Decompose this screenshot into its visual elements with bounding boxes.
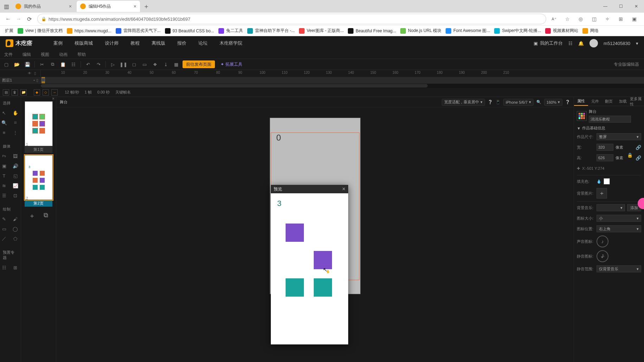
bookmark-item[interactable]: Node.js URL 模块 bbox=[398, 28, 444, 34]
open-icon[interactable]: 📂 bbox=[13, 60, 21, 69]
browser-tab-1[interactable]: 我的作品 × bbox=[12, 1, 75, 12]
extensions-label[interactable]: 扩展 bbox=[3, 28, 15, 34]
sound-icon-preview[interactable]: ♪ bbox=[597, 235, 608, 247]
bell-icon[interactable]: 🔔 bbox=[578, 41, 584, 46]
preview-body[interactable]: 3 ↖✋ bbox=[271, 193, 348, 344]
widget-tool[interactable]: ⊡ bbox=[11, 191, 20, 200]
expand-tools-button[interactable]: ✦拓展工具 bbox=[217, 60, 246, 68]
nav-link[interactable]: 论坛 bbox=[198, 40, 208, 46]
bg-image-add[interactable]: ＋ bbox=[597, 188, 607, 199]
url-field[interactable]: 🔒 https://www.mugeda.com/animation/edit/… bbox=[37, 14, 546, 24]
props-tab[interactable]: 元件 bbox=[588, 97, 602, 106]
distribute-tool[interactable]: ⋮ bbox=[11, 128, 20, 137]
rect-tool[interactable]: ▭ bbox=[0, 225, 8, 233]
game-tile[interactable] bbox=[286, 278, 304, 297]
menu-item[interactable]: 动画 bbox=[59, 52, 68, 58]
menu-item[interactable]: 编辑 bbox=[23, 52, 31, 58]
nav-link[interactable]: 案例 bbox=[53, 40, 63, 46]
bookmark-item[interactable]: 雷阵雨恶劣天气下... bbox=[114, 28, 163, 34]
fill-color-swatch[interactable] bbox=[604, 178, 610, 185]
remove-kf-button[interactable]: ◇ bbox=[43, 89, 49, 96]
chart-tool[interactable]: 📈 bbox=[11, 181, 20, 190]
props-tab[interactable]: 加载 bbox=[616, 97, 630, 106]
close-window-button[interactable]: ✕ bbox=[629, 0, 644, 12]
height-input[interactable]: 626 bbox=[597, 154, 613, 161]
project-name-input[interactable]: 消消乐教程 bbox=[589, 116, 631, 123]
icon-pos-select[interactable]: 右上角▾ bbox=[597, 225, 641, 232]
favorite-icon[interactable]: ☆ bbox=[562, 14, 572, 24]
zoom-help-icon[interactable]: ❔ bbox=[565, 100, 570, 104]
timeline-track-area[interactable]: 1020304050607080901001101201301401501601… bbox=[41, 70, 644, 83]
size-mode-select[interactable]: 整屏▾ bbox=[597, 133, 641, 140]
stage-score-text[interactable]: 0 bbox=[276, 133, 281, 143]
insert-kf-button[interactable]: ◆ bbox=[34, 89, 40, 96]
lock-icon[interactable]: ▯ bbox=[34, 71, 38, 76]
cut-icon[interactable]: ✂ bbox=[38, 60, 46, 69]
adapt-help-icon[interactable]: ❔ bbox=[488, 100, 493, 104]
back-button[interactable]: ← bbox=[3, 14, 13, 24]
props-tab[interactable]: 属性 bbox=[574, 97, 588, 106]
mute-icon-preview[interactable]: ♪̶ bbox=[597, 250, 608, 262]
play-icon[interactable]: ▷ bbox=[109, 60, 117, 69]
copy-icon[interactable]: ⧉ bbox=[48, 60, 57, 69]
zoom-select[interactable]: 160% ▾ bbox=[544, 99, 562, 106]
paste-icon[interactable]: 📋 bbox=[59, 60, 67, 69]
preset-2[interactable]: ⊞ bbox=[11, 263, 20, 272]
layer-row[interactable]: 图层1 • ▯ bbox=[0, 77, 40, 83]
tab-overview-button[interactable]: ▥ bbox=[2, 2, 11, 11]
ellipse-tool[interactable]: ◯ bbox=[11, 225, 20, 233]
panel-close-icon[interactable]: × bbox=[52, 96, 55, 101]
bookmark-item[interactable]: Swiper中文网-轮播... bbox=[492, 28, 543, 34]
delete-layer-button[interactable]: 🗑 bbox=[12, 89, 18, 96]
zoom-tool[interactable]: 🔍 bbox=[0, 118, 8, 127]
game-tile[interactable] bbox=[314, 251, 332, 269]
nav-link[interactable]: 设计师 bbox=[105, 40, 119, 46]
bookmark-item[interactable]: 视频素材网站 bbox=[543, 28, 580, 34]
notify-icon[interactable]: ☷ bbox=[568, 41, 573, 46]
keyframe[interactable] bbox=[42, 78, 45, 82]
export-icon[interactable]: ⤓ bbox=[161, 60, 170, 69]
layer-visibility-toggle[interactable]: • bbox=[33, 78, 35, 83]
page-thumb-1[interactable] bbox=[25, 101, 53, 146]
brand-logo[interactable]: 木疙瘩 bbox=[6, 39, 32, 47]
clipboard-icon[interactable]: ☷ bbox=[69, 60, 78, 69]
menu-item[interactable]: 文件 bbox=[4, 52, 13, 58]
close-icon[interactable]: × bbox=[134, 4, 136, 9]
timeline-scrollbar[interactable] bbox=[41, 84, 644, 88]
bookmark-item[interactable]: Beautiful Free Imag... bbox=[346, 28, 398, 34]
bgm-select[interactable]: ▾ bbox=[597, 204, 625, 211]
audio-tool[interactable]: 🔊 bbox=[11, 162, 20, 170]
props-tab[interactable]: 更多属性 bbox=[630, 97, 644, 106]
qr-icon[interactable]: ❖ bbox=[151, 60, 159, 69]
width-input[interactable]: 320 bbox=[597, 144, 613, 151]
stage-tab[interactable]: 舞台 bbox=[60, 99, 68, 105]
close-icon[interactable]: × bbox=[342, 186, 345, 192]
page-thumb-2[interactable]: 3 bbox=[25, 155, 53, 200]
folder-button[interactable]: 📁 bbox=[20, 89, 27, 96]
redo-icon[interactable]: ↷ bbox=[94, 60, 103, 69]
undo-icon[interactable]: ↶ bbox=[84, 60, 92, 69]
props-tab[interactable]: 翻页 bbox=[602, 97, 616, 106]
browser-tab-2[interactable]: 编辑H5作品 × bbox=[77, 1, 140, 12]
bookmark-item[interactable]: 93 Beautiful CSS bo... bbox=[163, 28, 216, 34]
maximize-button[interactable]: ☐ bbox=[613, 0, 629, 12]
nav-link[interactable]: 报价 bbox=[177, 40, 186, 46]
add-page-button[interactable]: ＋ bbox=[29, 212, 35, 220]
save-icon[interactable]: 💾 bbox=[23, 60, 32, 69]
bookmark-item[interactable]: 兔二工具 bbox=[216, 28, 245, 34]
page-label-1[interactable]: 第1页 bbox=[25, 146, 52, 153]
text-tool[interactable]: T bbox=[0, 172, 8, 180]
device-preview-icon[interactable]: ▭ bbox=[140, 60, 149, 69]
reader-icon[interactable]: A⁺ bbox=[549, 14, 559, 24]
nav-link[interactable]: 教程 bbox=[130, 40, 140, 46]
nav-link[interactable]: 木疙瘩学院 bbox=[219, 40, 242, 46]
psd-tool[interactable]: Ps bbox=[0, 152, 8, 160]
pointer-tool[interactable]: ↖ bbox=[0, 109, 8, 117]
gif-tool[interactable]: ▣ bbox=[0, 162, 8, 170]
pen-tool[interactable]: ✎ bbox=[0, 215, 8, 223]
device-select[interactable]: iPhone 5/6/7 ▾ bbox=[503, 99, 534, 106]
iframe-tool[interactable]: ◱ bbox=[11, 172, 20, 180]
preset-1[interactable]: ☷ bbox=[0, 263, 8, 272]
align-tool[interactable]: ≡ bbox=[0, 128, 8, 137]
mute-scope-select[interactable]: 仅背景音乐▾ bbox=[597, 265, 641, 272]
